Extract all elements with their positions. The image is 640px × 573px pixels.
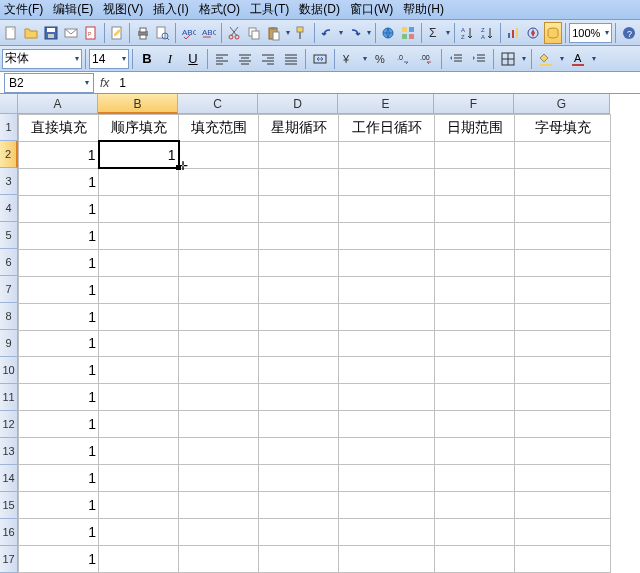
cell-G16[interactable] [515, 519, 611, 546]
new-button[interactable] [2, 22, 21, 44]
sort-asc-button[interactable]: AZ [458, 22, 477, 44]
percent-button[interactable]: % [370, 48, 392, 70]
font-size-combo[interactable]: 14▾ [89, 49, 129, 69]
cell-C3[interactable] [179, 168, 259, 195]
row-header-6[interactable]: 6 [0, 249, 18, 276]
cell-C14[interactable] [179, 465, 259, 492]
borders-dropdown[interactable]: ▾ [520, 54, 528, 63]
cut-button[interactable] [224, 22, 243, 44]
paste-dropdown[interactable]: ▾ [284, 28, 291, 37]
row-header-12[interactable]: 12 [0, 411, 18, 438]
open-button[interactable] [22, 22, 41, 44]
cell-C9[interactable] [179, 330, 259, 357]
cell-D5[interactable] [259, 222, 339, 249]
redo-button[interactable] [345, 22, 364, 44]
name-box[interactable]: B2▾ [4, 73, 94, 93]
cell-A6[interactable]: 1 [19, 249, 99, 276]
cell-G1[interactable]: 字母填充 [515, 115, 611, 142]
row-header-10[interactable]: 10 [0, 357, 18, 384]
cell-E6[interactable] [339, 249, 435, 276]
cell-A15[interactable]: 1 [19, 492, 99, 519]
export-pdf-button[interactable]: P [82, 22, 101, 44]
cell-A2[interactable]: 1 [19, 141, 99, 168]
cell-C4[interactable] [179, 195, 259, 222]
cell-D7[interactable] [259, 276, 339, 303]
cell-F6[interactable] [435, 249, 515, 276]
cell-E12[interactable] [339, 411, 435, 438]
edit-doc-button[interactable] [107, 22, 126, 44]
cell-F15[interactable] [435, 492, 515, 519]
cell-G15[interactable] [515, 492, 611, 519]
cell-B8[interactable] [99, 303, 179, 330]
cell-B11[interactable] [99, 384, 179, 411]
formula-input[interactable] [115, 73, 640, 93]
add-decimal-button[interactable]: .0 [393, 48, 415, 70]
bold-button[interactable]: B [136, 48, 158, 70]
redo-dropdown[interactable]: ▾ [365, 28, 372, 37]
cell-E4[interactable] [339, 195, 435, 222]
cell-G12[interactable] [515, 411, 611, 438]
paste-button[interactable] [264, 22, 283, 44]
merge-cells-button[interactable] [309, 48, 331, 70]
row-header-1[interactable]: 1 [0, 114, 18, 141]
cell-G13[interactable] [515, 438, 611, 465]
cell-B15[interactable] [99, 492, 179, 519]
cell-B4[interactable] [99, 195, 179, 222]
cell-F10[interactable] [435, 357, 515, 384]
undo-dropdown[interactable]: ▾ [338, 28, 345, 37]
cell-D16[interactable] [259, 519, 339, 546]
col-header-B[interactable]: B [98, 94, 178, 114]
remove-decimal-button[interactable]: .00 [416, 48, 438, 70]
cell-B14[interactable] [99, 465, 179, 492]
cell-D2[interactable] [259, 141, 339, 168]
cell-D6[interactable] [259, 249, 339, 276]
cell-A13[interactable]: 1 [19, 438, 99, 465]
cell-F5[interactable] [435, 222, 515, 249]
cell-E14[interactable] [339, 465, 435, 492]
col-header-C[interactable]: C [178, 94, 258, 114]
cell-B1[interactable]: 顺序填充 [99, 115, 179, 142]
cell-C1[interactable]: 填充范围 [179, 115, 259, 142]
cell-B7[interactable] [99, 276, 179, 303]
cell-C13[interactable] [179, 438, 259, 465]
cell-E1[interactable]: 工作日循环 [339, 115, 435, 142]
select-all-corner[interactable] [0, 94, 18, 114]
fontcolor-button[interactable]: A [567, 48, 589, 70]
print-preview-button[interactable] [153, 22, 172, 44]
col-header-E[interactable]: E [338, 94, 434, 114]
borders-button[interactable] [497, 48, 519, 70]
fx-icon[interactable]: fx [100, 76, 109, 90]
italic-button[interactable]: I [159, 48, 181, 70]
hyperlink-button[interactable] [379, 22, 398, 44]
format-paint-button[interactable] [292, 22, 311, 44]
cell-A12[interactable]: 1 [19, 411, 99, 438]
chart-button[interactable] [504, 22, 523, 44]
cell-G2[interactable] [515, 141, 611, 168]
cell-G17[interactable] [515, 546, 611, 573]
sort-desc-button[interactable]: ZA [478, 22, 497, 44]
cell-C2[interactable] [179, 141, 259, 168]
cell-C17[interactable] [179, 546, 259, 573]
row-header-2[interactable]: 2 [0, 141, 18, 168]
sum-dropdown[interactable]: ▾ [444, 28, 451, 37]
cell-F7[interactable] [435, 276, 515, 303]
row-header-4[interactable]: 4 [0, 195, 18, 222]
cell-E2[interactable] [339, 141, 435, 168]
menu-data[interactable]: 数据(D) [299, 1, 340, 18]
cell-D1[interactable]: 星期循环 [259, 115, 339, 142]
menu-tools[interactable]: 工具(T) [250, 1, 289, 18]
row-header-5[interactable]: 5 [0, 222, 18, 249]
cell-C5[interactable] [179, 222, 259, 249]
datasource-button[interactable] [544, 22, 563, 44]
align-center-button[interactable] [234, 48, 256, 70]
cell-E5[interactable] [339, 222, 435, 249]
cell-F11[interactable] [435, 384, 515, 411]
cell-B3[interactable] [99, 168, 179, 195]
cell-G5[interactable] [515, 222, 611, 249]
copy-button[interactable] [244, 22, 263, 44]
row-header-3[interactable]: 3 [0, 168, 18, 195]
cell-E15[interactable] [339, 492, 435, 519]
help-button[interactable]: ? [619, 22, 638, 44]
cell-A7[interactable]: 1 [19, 276, 99, 303]
cell-E3[interactable] [339, 168, 435, 195]
